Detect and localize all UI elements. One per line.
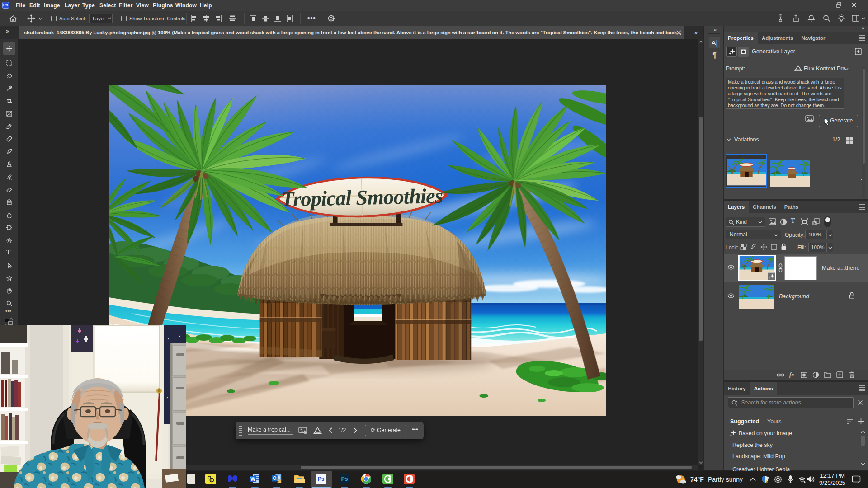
svg-text:W: W [250, 476, 255, 482]
svg-text:O: O [273, 476, 276, 481]
